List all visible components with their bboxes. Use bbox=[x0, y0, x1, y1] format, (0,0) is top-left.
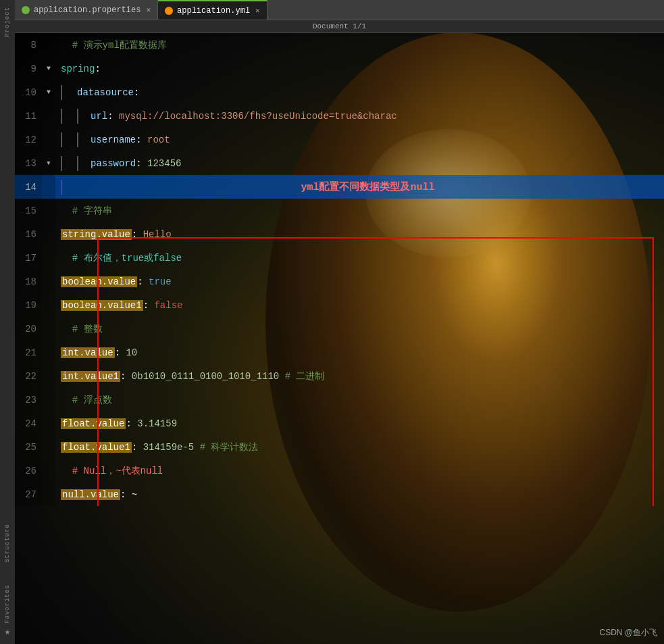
line-content-23: # 浮点数 bbox=[55, 388, 664, 412]
tab-yml-label: application.yml bbox=[177, 6, 250, 16]
code-line-13: 13 ▼ password: 123456 bbox=[15, 151, 664, 175]
code-line-20: 20 # 整数 bbox=[15, 317, 664, 341]
line-gutter-24 bbox=[42, 412, 55, 435]
line-gutter-16 bbox=[42, 222, 55, 246]
line24-colon: : bbox=[126, 418, 137, 429]
line13-colon: : bbox=[136, 158, 147, 169]
doc-indicator-text: Document 1/1 bbox=[313, 22, 366, 30]
line-gutter-19 bbox=[42, 293, 55, 317]
line14-title: yml配置不同数据类型及null bbox=[77, 180, 659, 193]
tab-properties[interactable]: application.properties ✕ bbox=[15, 0, 158, 20]
line-num-18: 18 bbox=[15, 270, 42, 293]
line27-key: null.value bbox=[61, 489, 120, 500]
line12-key: username bbox=[91, 134, 136, 145]
line26-comment: # Null，~代表null bbox=[61, 465, 163, 477]
line9-colon: : bbox=[95, 64, 100, 74]
line-num-24: 24 bbox=[15, 412, 42, 435]
code-line-10: 10 ▼ datasource: bbox=[15, 80, 664, 104]
line-content-17: # 布尔值，true或false bbox=[55, 246, 664, 270]
editor: application.properties ✕ application.yml… bbox=[15, 0, 664, 644]
line8-comment: # 演示yml配置数据库 bbox=[61, 39, 167, 51]
line24-key: float.value bbox=[61, 418, 126, 429]
code-area: 8 # 演示yml配置数据库 9 ▼ spring: 10 ▼ datasour… bbox=[15, 33, 664, 506]
tab-yml[interactable]: application.yml ✕ bbox=[158, 0, 267, 20]
line22-comment: # 二进制 bbox=[279, 370, 324, 382]
line11-val: mysql://localhost:3306/fhs?useUnicode=tr… bbox=[119, 111, 397, 122]
line-num-13: 13 bbox=[15, 151, 42, 175]
line-content-18: boolean.value: true bbox=[55, 270, 664, 293]
line-num-27: 27 bbox=[15, 482, 42, 506]
code-line-23: 23 # 浮点数 bbox=[15, 388, 664, 412]
line-content-27: null.value: ~ bbox=[55, 482, 664, 506]
line-gutter-11 bbox=[42, 104, 55, 128]
line-num-26: 26 bbox=[15, 459, 42, 482]
code-line-16: 16 string.value: Hello bbox=[15, 222, 664, 246]
line-gutter-26 bbox=[42, 459, 55, 482]
line27-val: ~ bbox=[132, 489, 137, 500]
line18-key: boolean.value bbox=[61, 276, 137, 287]
line25-colon: : bbox=[132, 442, 143, 453]
code-line-9: 9 ▼ spring: bbox=[15, 57, 664, 80]
collapse-9[interactable]: ▼ bbox=[47, 65, 51, 72]
line-content-20: # 整数 bbox=[55, 317, 664, 341]
line11-key: url bbox=[91, 111, 107, 122]
line-num-11: 11 bbox=[15, 104, 42, 128]
line22-key: int.value1 bbox=[61, 371, 120, 382]
line-num-20: 20 bbox=[15, 317, 42, 341]
collapse-10[interactable]: ▼ bbox=[47, 89, 51, 96]
line-gutter-21 bbox=[42, 341, 55, 364]
line-gutter-22 bbox=[42, 364, 55, 388]
line-num-9: 9 bbox=[15, 57, 42, 80]
line25-key: float.value1 bbox=[61, 442, 132, 453]
line-num-22: 22 bbox=[15, 364, 42, 388]
line21-key: int.value bbox=[61, 347, 115, 358]
line16-key: string.value bbox=[61, 229, 132, 240]
line-content-15: # 字符串 bbox=[55, 199, 664, 222]
tab-properties-label: application.properties bbox=[34, 5, 141, 15]
line-num-19: 19 bbox=[15, 293, 42, 317]
code-line-17: 17 # 布尔值，true或false bbox=[15, 246, 664, 270]
line-gutter-23 bbox=[42, 388, 55, 412]
tab-bar: application.properties ✕ application.yml… bbox=[15, 0, 664, 20]
code-line-25: 25 float.value1: 314159e-5 # 科学计数法 bbox=[15, 435, 664, 459]
line25-val: 314159e-5 bbox=[143, 442, 195, 453]
line22-val: 0b1010_0111_0100_1010_1110 bbox=[132, 371, 279, 382]
code-line-21: 21 int.value: 10 bbox=[15, 341, 664, 364]
sidebar: Project Structure Favorites ★ bbox=[0, 0, 15, 644]
sidebar-project-label: Project bbox=[4, 7, 11, 37]
collapse-13[interactable]: ▼ bbox=[47, 160, 50, 167]
line24-val: 3.14159 bbox=[137, 418, 177, 429]
line-gutter-27 bbox=[42, 482, 55, 506]
line12-val: root bbox=[147, 134, 170, 145]
code-line-22: 22 int.value1: 0b1010_0111_0100_1010_111… bbox=[15, 364, 664, 388]
line-gutter-17 bbox=[42, 246, 55, 270]
code-line-18: 18 boolean.value: true bbox=[15, 270, 664, 293]
tab-yml-close[interactable]: ✕ bbox=[255, 6, 260, 15]
line9-key: spring bbox=[61, 64, 95, 74]
line-gutter-8 bbox=[42, 33, 55, 57]
line-content-9: spring: bbox=[55, 57, 664, 80]
line-num-10: 10 bbox=[15, 80, 42, 104]
line-content-21: int.value: 10 bbox=[55, 341, 664, 364]
line13-key: password bbox=[91, 158, 136, 169]
line-gutter-20 bbox=[42, 317, 55, 341]
line-content-16: string.value: Hello bbox=[55, 222, 664, 246]
line-num-17: 17 bbox=[15, 246, 42, 270]
code-line-24: 24 float.value: 3.14159 bbox=[15, 412, 664, 435]
line-num-16: 16 bbox=[15, 222, 42, 246]
line-num-23: 23 bbox=[15, 388, 42, 412]
line-content-13: password: 123456 bbox=[55, 151, 664, 175]
line21-val: 10 bbox=[126, 347, 137, 358]
line-content-19: boolean.value1: false bbox=[55, 293, 664, 317]
line-gutter-18 bbox=[42, 270, 55, 293]
tab-properties-close[interactable]: ✕ bbox=[146, 5, 151, 14]
sidebar-favorites-label: Favorites bbox=[4, 585, 11, 624]
line-gutter-13: ▼ bbox=[42, 151, 55, 175]
sidebar-structure-label: Structure bbox=[4, 524, 11, 563]
line-gutter-14 bbox=[42, 175, 55, 199]
line19-val: false bbox=[154, 300, 182, 311]
line16-colon: : bbox=[132, 229, 143, 240]
line13-val: 123456 bbox=[147, 158, 181, 169]
line10-key: datasource bbox=[77, 87, 134, 98]
line-content-22: int.value1: 0b1010_0111_0100_1010_1110 #… bbox=[55, 364, 664, 388]
